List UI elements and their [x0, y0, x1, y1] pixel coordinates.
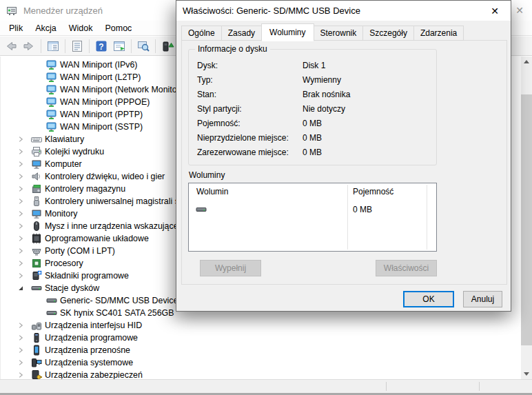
chevron-down-icon[interactable] — [17, 285, 24, 292]
disk-info-label: Nieprzydzielone miejsce: — [197, 133, 289, 143]
tree-item-label: Porty (COM i LPT) — [45, 245, 115, 257]
volumes-list[interactable]: Wolumin Pojemność 0 MB — [188, 183, 437, 252]
chevron-right-icon[interactable] — [17, 372, 24, 378]
chevron-right-icon[interactable] — [17, 161, 24, 168]
column-header-volume[interactable]: Wolumin — [196, 187, 228, 196]
tree-scrollbar[interactable] — [521, 57, 532, 379]
chevron-right-icon[interactable] — [17, 235, 24, 242]
disk-info-row: Dysk:Disk 1 — [197, 59, 431, 73]
tree-item[interactable]: Urządzenia systemowe — [1, 356, 521, 369]
dialog-close-icon[interactable]: ✕ — [487, 3, 502, 19]
mouse-icon — [31, 221, 42, 232]
properties-icon[interactable] — [68, 37, 86, 55]
toolbar-separator — [155, 39, 156, 53]
chevron-right-icon[interactable] — [17, 334, 24, 341]
tab-0[interactable]: Ogólne — [181, 26, 222, 41]
column-header-capacity[interactable]: Pojemność — [353, 187, 393, 196]
chevron-right-icon[interactable] — [17, 359, 24, 366]
monitor-icon — [31, 208, 42, 219]
menu-item-1[interactable]: Akcja — [29, 21, 63, 36]
main-window-title: Menedżer urządzeń — [23, 6, 103, 16]
system-device-icon — [31, 357, 42, 368]
tree-item-label: Stacje dysków — [45, 282, 99, 294]
tree-item-label: WAN Miniport (IPv6) — [60, 59, 137, 71]
tab-4[interactable]: Szczegóły — [362, 26, 414, 41]
tab-1[interactable]: Zasady — [221, 26, 262, 41]
status-divider — [386, 382, 387, 391]
disk-drive-icon — [31, 283, 42, 294]
chevron-right-icon[interactable] — [17, 185, 24, 192]
volume-properties-button[interactable]: Właściwości — [376, 260, 437, 276]
speaker-icon — [31, 171, 42, 182]
scrollbar-thumb[interactable] — [521, 94, 532, 345]
toolbar-separator — [41, 39, 41, 53]
tab-2[interactable]: Woluminy — [261, 23, 314, 41]
tab-3[interactable]: Sterownik — [314, 26, 364, 41]
scan-hardware-icon[interactable] — [134, 37, 152, 55]
tree-item-label: WAN Miniport (L2TP) — [60, 71, 141, 83]
chevron-right-icon[interactable] — [17, 136, 24, 143]
menu-item-0[interactable]: Plik — [3, 21, 29, 36]
chevron-right-icon[interactable] — [17, 260, 24, 267]
computer-icon — [31, 159, 42, 170]
hid-device-icon — [31, 320, 42, 331]
cpu-icon — [31, 258, 42, 269]
disk-info-legend: Informacje o dysku — [195, 44, 270, 54]
disk-info-label: Typ: — [197, 75, 213, 85]
volume-capacity: 0 MB — [353, 205, 372, 214]
port-icon — [31, 245, 42, 256]
menu-item-2[interactable]: Widok — [63, 21, 99, 36]
cancel-button[interactable]: Anuluj — [463, 291, 502, 307]
tree-item-label: SK hynix SC401 SATA 256GB — [60, 307, 174, 319]
help-icon[interactable]: ? — [92, 37, 110, 55]
disk-drive-icon — [196, 204, 207, 215]
tree-item[interactable]: Urządzenia programowe — [1, 332, 521, 344]
portable-device-icon — [31, 345, 42, 356]
tree-item-label: Procesory — [45, 257, 83, 270]
volume-row[interactable]: 0 MB — [189, 203, 436, 216]
dialog-title: Właściwości: Generic- SD/MMC USB Device — [183, 6, 360, 16]
chevron-right-icon[interactable] — [17, 272, 24, 279]
chevron-right-icon[interactable] — [17, 210, 24, 217]
scrollbar-up-icon[interactable] — [521, 57, 532, 68]
chevron-right-icon[interactable] — [17, 173, 24, 180]
fill-button[interactable]: Wypełnij — [200, 260, 261, 276]
ok-button[interactable]: OK — [403, 291, 454, 307]
network-adapter-icon — [46, 59, 57, 70]
chevron-right-icon[interactable] — [17, 148, 24, 155]
dialog-titlebar: Właściwości: Generic- SD/MMC USB Device … — [176, 1, 511, 21]
storage-controller-icon — [31, 183, 42, 194]
scrollbar-down-icon[interactable] — [521, 368, 532, 379]
tree-item-label: Kontrolery magazynu — [45, 183, 125, 195]
chevron-right-icon[interactable] — [17, 223, 24, 230]
tab-5[interactable]: Zdarzenia — [413, 26, 464, 41]
chevron-right-icon[interactable] — [17, 322, 24, 329]
forward-icon[interactable] — [20, 37, 38, 55]
tree-item[interactable]: Urządzenia przenośne — [1, 344, 521, 356]
tree-item-label: Składniki programowe — [45, 270, 129, 282]
tree-item-label: Urządzenia programowe — [45, 332, 138, 344]
chevron-right-icon[interactable] — [17, 347, 24, 354]
menu-item-3[interactable]: Pomoc — [99, 21, 138, 36]
tree-item[interactable]: Urządzenia zabezpieczeń — [1, 369, 521, 379]
toolbar-separator — [131, 39, 132, 53]
status-bar — [0, 379, 532, 393]
disk-drive-icon — [46, 295, 57, 306]
chevron-right-icon[interactable] — [17, 198, 24, 205]
disk-info-row: Styl partycji:Nie dotyczy — [197, 102, 431, 117]
network-adapter-icon — [46, 72, 57, 83]
back-icon[interactable] — [2, 37, 20, 55]
status-divider — [479, 382, 480, 391]
security-device-icon — [31, 369, 42, 379]
export-list-icon[interactable] — [110, 37, 128, 55]
keyboard-icon — [31, 134, 42, 145]
update-driver-icon[interactable] — [158, 37, 176, 55]
tree-item-label: Mysz i inne urządzenia wskazujące — [45, 220, 178, 232]
main-close-icon[interactable]: ✕ — [511, 3, 528, 18]
console-tree-icon[interactable] — [44, 37, 62, 55]
network-adapter-icon — [46, 109, 57, 120]
disk-info-value: Nie dotyczy — [303, 104, 345, 114]
chevron-right-icon[interactable] — [17, 247, 24, 254]
tree-item[interactable]: Urządzenia interfejsu HID — [1, 319, 521, 332]
disk-info-label: Pojemność: — [197, 119, 241, 128]
